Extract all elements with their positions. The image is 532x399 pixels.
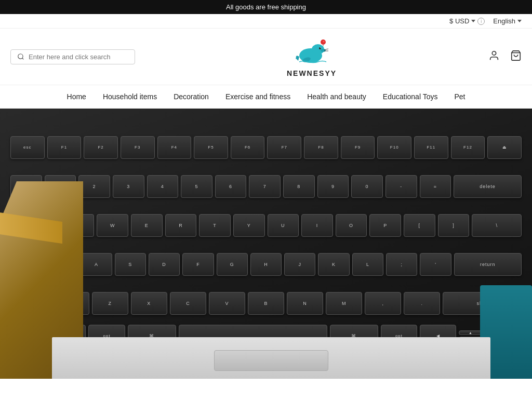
laptop-base bbox=[52, 337, 490, 379]
key-s: S bbox=[115, 253, 146, 276]
keyboard-row-5: shift Z X C V B N M , . shift bbox=[10, 286, 522, 322]
laptop-trackpad bbox=[214, 350, 328, 371]
language-label: English bbox=[493, 17, 515, 25]
svg-line-1 bbox=[22, 58, 24, 60]
svg-point-0 bbox=[18, 54, 23, 59]
key-j: J bbox=[284, 253, 315, 276]
key-5: 5 bbox=[181, 175, 212, 198]
nav-item-pet[interactable]: Pet bbox=[454, 92, 465, 101]
key-a: A bbox=[81, 253, 112, 276]
currency-info-icon[interactable]: i bbox=[477, 18, 485, 25]
key-f4: F4 bbox=[157, 136, 192, 159]
key-lbracket: [ bbox=[404, 214, 435, 237]
search-box[interactable] bbox=[10, 49, 135, 64]
key-esc: esc bbox=[10, 136, 45, 159]
brand-name: NEWNESYY bbox=[287, 69, 337, 77]
key-f1: F1 bbox=[47, 136, 82, 159]
key-i: I bbox=[301, 214, 333, 237]
key-2: 2 bbox=[78, 175, 110, 198]
language-chevron-icon bbox=[517, 20, 522, 22]
key-semicolon: ; bbox=[386, 253, 417, 276]
key-e: E bbox=[131, 214, 163, 237]
nav-item-exercise[interactable]: Exercise and fitness bbox=[225, 92, 290, 101]
key-g: G bbox=[217, 253, 248, 276]
cart-icon[interactable] bbox=[510, 50, 522, 63]
currency-selector[interactable]: $ USD i bbox=[449, 17, 485, 25]
logo[interactable]: NEWNESYY bbox=[287, 36, 337, 77]
key-backslash: \ bbox=[472, 214, 522, 237]
key-f12: F12 bbox=[451, 136, 485, 159]
key-eject: ⏏ bbox=[487, 136, 522, 159]
key-v: V bbox=[209, 292, 245, 315]
key-7: 7 bbox=[249, 175, 281, 198]
key-f8: F8 bbox=[304, 136, 338, 159]
search-icon bbox=[17, 53, 24, 60]
language-selector[interactable]: English bbox=[493, 17, 522, 25]
key-h: H bbox=[250, 253, 282, 276]
key-equals: = bbox=[420, 175, 451, 198]
key-f9: F9 bbox=[341, 136, 375, 159]
key-f7: F7 bbox=[267, 136, 301, 159]
key-o: O bbox=[336, 214, 367, 237]
main-header: NEWNESYY bbox=[0, 29, 532, 85]
key-9: 9 bbox=[317, 175, 349, 198]
key-comma: , bbox=[365, 292, 401, 315]
currency-label: $ USD bbox=[449, 17, 469, 25]
key-period: . bbox=[404, 292, 440, 315]
key-c: C bbox=[170, 292, 206, 315]
key-up-arrow: ▲ bbox=[459, 330, 482, 335]
key-f2: F2 bbox=[84, 136, 118, 159]
account-icon[interactable] bbox=[488, 50, 500, 63]
key-quote: ' bbox=[420, 253, 451, 276]
key-0: 0 bbox=[351, 175, 383, 198]
key-k: K bbox=[318, 253, 349, 276]
key-z: Z bbox=[92, 292, 128, 315]
hero-section: esc F1 F2 F3 F4 F5 F6 F7 F8 F9 F10 F11 F… bbox=[0, 109, 532, 379]
key-3: 3 bbox=[113, 175, 144, 198]
key-6: 6 bbox=[215, 175, 247, 198]
svg-point-6 bbox=[321, 49, 326, 52]
key-y: Y bbox=[233, 214, 265, 237]
key-return: return bbox=[454, 253, 522, 276]
promo-banner: All goods are free shipping bbox=[0, 0, 532, 14]
keyboard-row-1: esc F1 F2 F3 F4 F5 F6 F7 F8 F9 F10 F11 F… bbox=[10, 129, 522, 165]
nav-item-toys[interactable]: Educational Toys bbox=[383, 92, 438, 101]
svg-point-11 bbox=[323, 41, 325, 43]
key-m: M bbox=[326, 292, 362, 315]
currency-chevron-icon bbox=[471, 20, 475, 22]
key-b: B bbox=[248, 292, 284, 315]
svg-point-5 bbox=[320, 47, 321, 48]
nav-item-health[interactable]: Health and beauty bbox=[307, 92, 366, 101]
key-8: 8 bbox=[283, 175, 315, 198]
key-l: L bbox=[352, 253, 383, 276]
key-rbracket: ] bbox=[438, 214, 470, 237]
key-4: 4 bbox=[147, 175, 179, 198]
key-t: T bbox=[199, 214, 231, 237]
key-x: X bbox=[131, 292, 167, 315]
keyboard-row-4: caps A S D F G H J K L ; ' return bbox=[10, 247, 522, 283]
svg-point-13 bbox=[492, 51, 496, 55]
nav-item-decoration[interactable]: Decoration bbox=[174, 92, 209, 101]
nav-bar: Home Household items Decoration Exercise… bbox=[0, 85, 532, 109]
key-d: D bbox=[149, 253, 180, 276]
key-f10: F10 bbox=[377, 136, 411, 159]
promo-text: All goods are free shipping bbox=[226, 3, 306, 11]
key-f5: F5 bbox=[194, 136, 228, 159]
key-r: R bbox=[165, 214, 197, 237]
key-delete: delete bbox=[454, 175, 522, 198]
search-input[interactable] bbox=[29, 53, 128, 61]
header-actions bbox=[488, 50, 522, 63]
header-topbar: $ USD i English bbox=[0, 14, 532, 29]
key-w: W bbox=[97, 214, 128, 237]
key-n: N bbox=[287, 292, 323, 315]
key-f6: F6 bbox=[231, 136, 265, 159]
logo-icon bbox=[291, 36, 332, 67]
nav-item-household[interactable]: Household items bbox=[103, 92, 157, 101]
keyboard-row-3: tab Q W E R T Y U I O P [ ] \ bbox=[10, 207, 522, 243]
key-minus: - bbox=[385, 175, 417, 198]
key-f: F bbox=[182, 253, 214, 276]
nav-item-home[interactable]: Home bbox=[67, 92, 86, 101]
keyboard-row-2: ` 1 2 3 4 5 6 7 8 9 0 - = delete bbox=[10, 168, 522, 204]
key-u: U bbox=[268, 214, 299, 237]
key-p: P bbox=[369, 214, 401, 237]
